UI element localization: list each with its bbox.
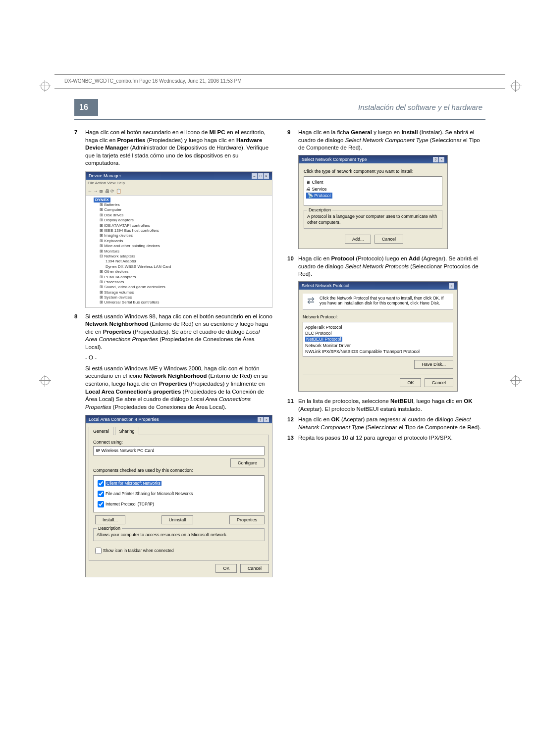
tab-sharing: Sharing	[115, 427, 139, 435]
snp-listbox: AppleTalk Protocol DLC Protocol NetBEUI …	[303, 322, 453, 357]
snct-listbox: 🖥 Client 🖨 Service 📡 Protocol	[304, 176, 442, 206]
snp-list-label: Network Protocol:	[303, 314, 453, 320]
close-icon: ×	[264, 417, 269, 422]
step-number-10: 10	[287, 255, 298, 278]
ok-button: OK	[400, 378, 421, 387]
step-11-body: En la lista de protocolos, seleccione Ne…	[298, 398, 485, 413]
connect-using-label: Connect using:	[93, 439, 265, 445]
components-label: Components checked are used by this conn…	[93, 467, 265, 473]
step-9-body: Haga clic en la ficha General y luego en…	[298, 129, 485, 152]
section-title: Instalación del software y el hardware	[98, 103, 485, 111]
have-disk-button: Have Disk...	[414, 360, 453, 369]
devmgr-title: Device Manager	[89, 173, 121, 179]
snct-desc-title: Description	[307, 207, 332, 213]
step-10-body: Haga clic en Protocol (Protocolo) luego …	[298, 255, 485, 278]
description-title: Description	[97, 525, 122, 531]
select-component-type-dialog: Select Network Component Type ?× Click t…	[298, 155, 448, 250]
snct-instruction: Click the type of network component you …	[304, 168, 442, 174]
show-icon-label: Show icon in taskbar when connected	[103, 548, 174, 553]
title-underline	[74, 119, 485, 120]
lac-properties-dialog: Local Area Connection 4 Properties ?× Ge…	[85, 415, 272, 577]
device-manager-screenshot: Device Manager –□× File Action View Help…	[85, 171, 272, 308]
help-icon: ?	[433, 157, 438, 162]
devmgr-tree: DYNEX ⊞ Batteries ⊞ Computer ⊞ Disk driv…	[86, 196, 272, 307]
step-8-body: Si está usando Windows 98, haga clic con…	[85, 313, 272, 411]
ok-button: OK	[215, 564, 237, 573]
help-icon: ?	[258, 417, 263, 422]
properties-button: Properties	[229, 515, 265, 524]
snp-title: Select Network Protocol	[302, 283, 349, 289]
network-icon: ⇄	[305, 296, 317, 307]
configure-button: Configure	[230, 458, 265, 467]
step-number-8: 8	[74, 313, 85, 411]
step-7-body: Haga clic con el botón secundario en el …	[85, 129, 272, 167]
devmgr-toolbar: ← → 🗉 🖶 ⟳ 📋	[86, 187, 272, 196]
components-listbox: Client for Microsoft Networks File and P…	[93, 475, 265, 512]
step-number-7: 7	[74, 129, 85, 167]
select-network-protocol-dialog: Select Network Protocol × ⇄ Click the Ne…	[298, 281, 458, 392]
max-icon: □	[258, 173, 263, 179]
step-13-body: Repita los pasos 10 al 12 para agregar e…	[298, 434, 485, 442]
close-icon: ×	[439, 157, 444, 162]
adapter-field: 🖳 Wireless Network PC Card	[93, 446, 265, 455]
page-number: 16	[74, 99, 98, 116]
min-icon: –	[252, 173, 257, 179]
snp-instruction: Click the Network Protocol that you want…	[320, 296, 451, 307]
lac-title: Local Area Connection 4 Properties	[89, 416, 159, 422]
description-text: Allows your computer to access resources…	[97, 532, 227, 537]
header-rule-top	[54, 74, 505, 75]
header-rule-bottom	[54, 88, 505, 89]
step-12-body: Haga clic en OK (Aceptar) para regresar …	[298, 416, 485, 431]
close-icon: ×	[449, 283, 454, 289]
snct-title: Select Network Component Type	[302, 156, 367, 162]
add-button: Add...	[345, 235, 372, 244]
tab-general: General	[89, 427, 113, 435]
close-icon: ×	[264, 173, 269, 179]
cancel-button: Cancel	[374, 235, 403, 244]
uninstall-button: Uninstall	[161, 515, 194, 524]
install-button: Install...	[95, 515, 125, 524]
step-number-13: 13	[287, 434, 298, 442]
cancel-button: Cancel	[240, 564, 269, 573]
step-number-9: 9	[287, 129, 298, 152]
devmgr-menu: File Action View Help	[86, 180, 272, 187]
snct-desc-text: A protocol is a language your computer u…	[307, 214, 437, 225]
step-number-11: 11	[287, 398, 298, 413]
cancel-button: Cancel	[425, 378, 453, 387]
header-filename: DX-WGNBC_WGDTC_combo.fm Page 16 Wednesda…	[64, 78, 242, 84]
step-number-12: 12	[287, 416, 298, 431]
